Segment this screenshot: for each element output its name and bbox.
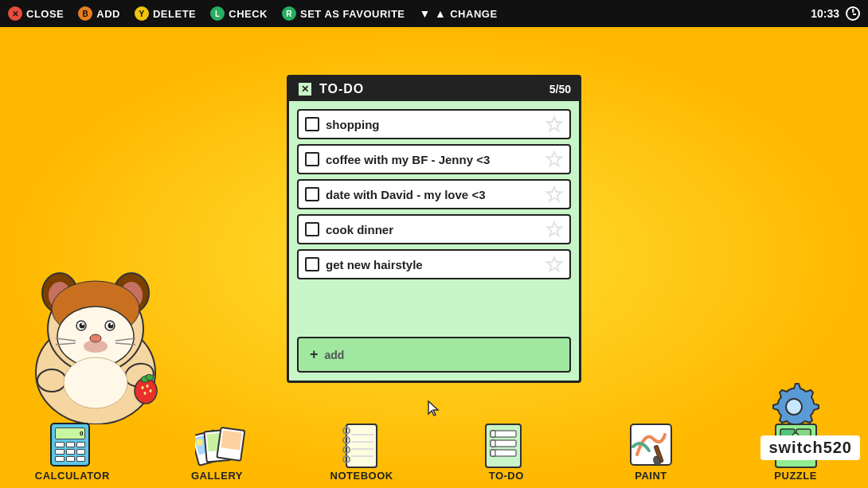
svg-marker-32 xyxy=(547,152,561,166)
svg-rect-42 xyxy=(221,430,242,450)
todo-nav-label: TO-DO xyxy=(489,470,524,482)
todo-list: shopping coffee with my BF - Jenny <3 xyxy=(289,101,579,332)
todo-window: ✕ TO-DO 5/50 shopping coffee with my BF … xyxy=(287,75,581,383)
svg-point-23 xyxy=(142,386,144,389)
change-label: CHANGE xyxy=(450,8,497,20)
sidebar-item-todo[interactable]: TO-DO xyxy=(467,423,546,482)
favourite-label: SET AS FAVOURITE xyxy=(300,8,405,20)
star-icon[interactable] xyxy=(545,150,563,168)
dpad-down-icon: ▼ xyxy=(420,7,431,20)
add-plus-icon: + xyxy=(310,346,319,363)
change-button[interactable]: ▼ ▲ CHANGE xyxy=(420,7,498,20)
svg-point-30 xyxy=(786,399,802,415)
svg-point-25 xyxy=(144,392,147,395)
bottom-bar: 0 CALCULATOR xyxy=(0,416,868,488)
todo-item-text: cook dinner xyxy=(326,223,539,236)
svg-point-20 xyxy=(37,369,66,392)
star-icon[interactable] xyxy=(545,115,563,133)
brand-text: switch520 xyxy=(768,439,852,456)
notebook-icon xyxy=(340,423,384,467)
hamster-character xyxy=(16,249,175,424)
todo-item-text: get new hairstyle xyxy=(326,258,539,271)
todo-nav-icon xyxy=(484,423,528,467)
calculator-icon: 0 xyxy=(50,423,94,467)
todo-close-button[interactable]: ✕ xyxy=(297,81,313,97)
main-area: ✕ TO-DO 5/50 shopping coffee with my BF … xyxy=(0,27,868,488)
favourite-button[interactable]: R SET AS FAVOURITE xyxy=(282,6,405,21)
todo-checkbox[interactable] xyxy=(305,257,319,271)
check-button[interactable]: L CHECK xyxy=(210,6,268,21)
svg-rect-54 xyxy=(491,431,495,437)
time-display: 10:33 xyxy=(811,7,839,20)
clock-area: 10:33 xyxy=(811,6,860,21)
svg-rect-56 xyxy=(491,440,495,447)
delete-button[interactable]: Y DELETE xyxy=(135,6,196,21)
todo-checkbox[interactable] xyxy=(305,117,319,131)
todo-item[interactable]: shopping xyxy=(297,109,571,139)
todo-window-title: TO-DO xyxy=(319,82,543,96)
svg-rect-43 xyxy=(346,424,377,467)
close-label: CLOSE xyxy=(26,8,64,20)
todo-checkbox[interactable] xyxy=(305,187,319,201)
add-button[interactable]: B ADD xyxy=(78,6,120,21)
gallery-icon xyxy=(195,423,239,467)
check-label: CHECK xyxy=(229,8,268,20)
svg-marker-34 xyxy=(547,222,561,236)
svg-point-26 xyxy=(150,389,152,392)
todo-item[interactable]: get new hairstyle xyxy=(297,249,571,279)
sidebar-item-notebook[interactable]: NOTEBOOK xyxy=(322,423,401,482)
brand-watermark: switch520 xyxy=(760,435,860,460)
calculator-label: CALCULATOR xyxy=(35,470,110,482)
todo-item[interactable]: coffee with my BF - Jenny <3 xyxy=(297,144,571,174)
close-button[interactable]: ✕ CLOSE xyxy=(8,6,64,21)
star-icon[interactable] xyxy=(545,185,563,203)
svg-marker-35 xyxy=(547,257,561,271)
todo-checkbox[interactable] xyxy=(305,222,319,236)
star-icon[interactable] xyxy=(545,221,563,238)
notebook-label: NOTEBOOK xyxy=(330,470,393,482)
todo-item[interactable]: date with David - my love <3 xyxy=(297,179,571,209)
clock-icon xyxy=(846,6,860,21)
todo-count: 5/50 xyxy=(549,83,571,96)
todo-item[interactable]: cook dinner xyxy=(297,214,571,244)
gallery-label: GALLERY xyxy=(191,470,243,482)
puzzle-label: PUZZLE xyxy=(774,470,817,482)
paint-icon xyxy=(629,423,673,467)
todo-checkbox[interactable] xyxy=(305,152,319,166)
star-icon[interactable] xyxy=(545,256,563,273)
delete-label: DELETE xyxy=(153,8,196,20)
b-button-icon: B xyxy=(78,6,92,21)
todo-item-text: date with David - my love <3 xyxy=(326,188,539,201)
svg-marker-59 xyxy=(428,401,438,416)
add-label: ADD xyxy=(96,8,120,20)
add-todo-label: add xyxy=(325,349,345,361)
todo-titlebar: ✕ TO-DO 5/50 xyxy=(289,77,579,101)
svg-point-12 xyxy=(82,323,84,326)
svg-point-24 xyxy=(147,385,149,388)
dpad-up-icon: ▲ xyxy=(435,7,446,20)
y-button-icon: Y xyxy=(135,6,149,21)
svg-marker-31 xyxy=(547,117,561,131)
svg-point-13 xyxy=(111,323,113,326)
add-todo-button[interactable]: + add xyxy=(297,337,571,373)
r-button-icon: R xyxy=(282,6,296,21)
svg-point-19 xyxy=(84,340,108,353)
l-button-icon: L xyxy=(210,6,225,21)
svg-rect-58 xyxy=(491,450,495,456)
todo-item-text: shopping xyxy=(326,118,539,131)
top-bar: ✕ CLOSE B ADD Y DELETE L CHECK R SET AS … xyxy=(0,0,868,27)
paint-label: PAINT xyxy=(635,470,667,482)
x-button-icon: ✕ xyxy=(8,6,22,21)
sidebar-item-calculator[interactable]: 0 CALCULATOR xyxy=(33,423,112,482)
svg-point-29 xyxy=(64,357,127,408)
sidebar-item-gallery[interactable]: GALLERY xyxy=(177,423,256,482)
calc-screen: 0 xyxy=(55,427,85,439)
sidebar-item-paint[interactable]: PAINT xyxy=(611,423,690,482)
todo-item-text: coffee with my BF - Jenny <3 xyxy=(326,153,539,166)
svg-marker-33 xyxy=(547,187,561,201)
